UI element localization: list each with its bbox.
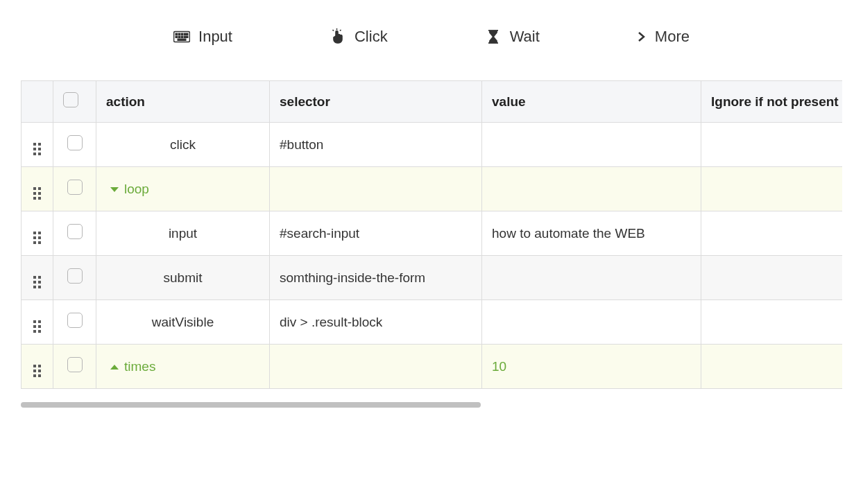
header-ignore[interactable]: Ignore if not present xyxy=(701,81,843,123)
value-cell[interactable]: 10 xyxy=(482,345,701,389)
ignore-cell[interactable] xyxy=(701,300,843,345)
svg-line-13 xyxy=(332,30,334,31)
toolbar-more-button[interactable]: More xyxy=(637,28,690,46)
drag-handle-icon xyxy=(33,276,41,288)
drag-handle-cell[interactable] xyxy=(22,300,53,345)
action-cell[interactable]: times xyxy=(96,345,270,389)
svg-rect-4 xyxy=(184,33,186,35)
svg-rect-8 xyxy=(181,36,183,38)
ignore-cell[interactable] xyxy=(701,211,843,256)
value-cell[interactable] xyxy=(482,167,701,211)
drag-handle-cell[interactable] xyxy=(22,123,53,167)
svg-rect-2 xyxy=(178,33,180,35)
action-cell[interactable]: waitVisible xyxy=(96,300,270,345)
svg-rect-11 xyxy=(178,39,186,41)
toolbar-click-button[interactable]: Click xyxy=(330,28,388,46)
svg-rect-7 xyxy=(178,36,180,38)
hourglass-icon xyxy=(485,28,502,45)
header-drag-col xyxy=(22,81,53,123)
svg-rect-10 xyxy=(187,36,189,38)
ignore-cell[interactable] xyxy=(701,256,843,300)
drag-handle-icon xyxy=(33,320,41,333)
selector-cell[interactable]: somthing-inside-the-form xyxy=(270,256,482,300)
steps-table: action selector value Ignore if not pres… xyxy=(21,80,842,389)
horizontal-scrollbar[interactable] xyxy=(21,401,842,408)
action-cell[interactable]: loop xyxy=(96,167,270,211)
header-action[interactable]: action xyxy=(96,81,270,123)
header-selector[interactable]: selector xyxy=(270,81,482,123)
action-cell[interactable]: input xyxy=(96,211,270,256)
steps-table-wrapper: action selector value Ignore if not pres… xyxy=(21,80,842,408)
action-label: times xyxy=(124,359,155,374)
header-checkbox-all[interactable] xyxy=(53,81,96,123)
table-row[interactable]: click #button xyxy=(22,123,843,167)
toolbar-more-label: More xyxy=(655,28,690,46)
row-checkbox[interactable] xyxy=(53,123,96,167)
table-row[interactable]: submit somthing-inside-the-form xyxy=(22,256,843,300)
svg-line-14 xyxy=(340,30,341,31)
table-row[interactable]: input #search-input how to automate the … xyxy=(22,211,843,256)
drag-handle-cell[interactable] xyxy=(22,167,53,211)
drag-handle-icon xyxy=(33,365,41,377)
svg-rect-6 xyxy=(176,36,178,38)
table-header-row: action selector value Ignore if not pres… xyxy=(22,81,843,123)
value-cell[interactable] xyxy=(482,256,701,300)
pointer-icon xyxy=(330,28,346,45)
drag-handle-cell[interactable] xyxy=(22,256,53,300)
ignore-cell[interactable] xyxy=(701,345,843,389)
value-cell[interactable] xyxy=(482,123,701,167)
action-cell[interactable]: click xyxy=(96,123,270,167)
caret-up-icon xyxy=(110,365,119,370)
drag-handle-icon xyxy=(33,187,41,200)
row-checkbox[interactable] xyxy=(53,167,96,211)
toolbar-input-button[interactable]: Input xyxy=(173,28,232,46)
toolbar-click-label: Click xyxy=(354,28,388,46)
drag-handle-cell[interactable] xyxy=(22,345,53,389)
toolbar-wait-button[interactable]: Wait xyxy=(485,28,540,46)
action-cell[interactable]: submit xyxy=(96,256,270,300)
action-toolbar: Input Click Wait More xyxy=(21,28,842,46)
svg-rect-3 xyxy=(181,33,183,35)
selector-cell[interactable]: #button xyxy=(270,123,482,167)
caret-down-icon xyxy=(110,187,119,192)
value-cell[interactable]: how to automate the WEB xyxy=(482,211,701,256)
row-checkbox[interactable] xyxy=(53,300,96,345)
table-row[interactable]: waitVisible div > .result-block xyxy=(22,300,843,345)
selector-cell[interactable]: div > .result-block xyxy=(270,300,482,345)
table-row-loop-end[interactable]: times 10 xyxy=(22,345,843,389)
svg-rect-5 xyxy=(187,33,189,35)
svg-rect-1 xyxy=(176,33,178,35)
row-checkbox[interactable] xyxy=(53,256,96,300)
scrollbar-thumb[interactable] xyxy=(21,402,481,408)
row-checkbox[interactable] xyxy=(53,211,96,256)
drag-handle-icon xyxy=(33,232,41,244)
header-value[interactable]: value xyxy=(482,81,701,123)
table-row-loop-start[interactable]: loop xyxy=(22,167,843,211)
toolbar-wait-label: Wait xyxy=(510,28,540,46)
ignore-cell[interactable] xyxy=(701,123,843,167)
chevron-right-icon xyxy=(637,32,647,42)
value-cell[interactable] xyxy=(482,300,701,345)
svg-rect-9 xyxy=(184,36,186,38)
toolbar-input-label: Input xyxy=(198,28,232,46)
ignore-cell[interactable] xyxy=(701,167,843,211)
row-checkbox[interactable] xyxy=(53,345,96,389)
selector-cell[interactable] xyxy=(270,167,482,211)
drag-handle-cell[interactable] xyxy=(22,211,53,256)
selector-cell[interactable] xyxy=(270,345,482,389)
keyboard-icon xyxy=(173,28,190,45)
selector-cell[interactable]: #search-input xyxy=(270,211,482,256)
action-label: loop xyxy=(124,182,149,196)
drag-handle-icon xyxy=(33,143,41,155)
